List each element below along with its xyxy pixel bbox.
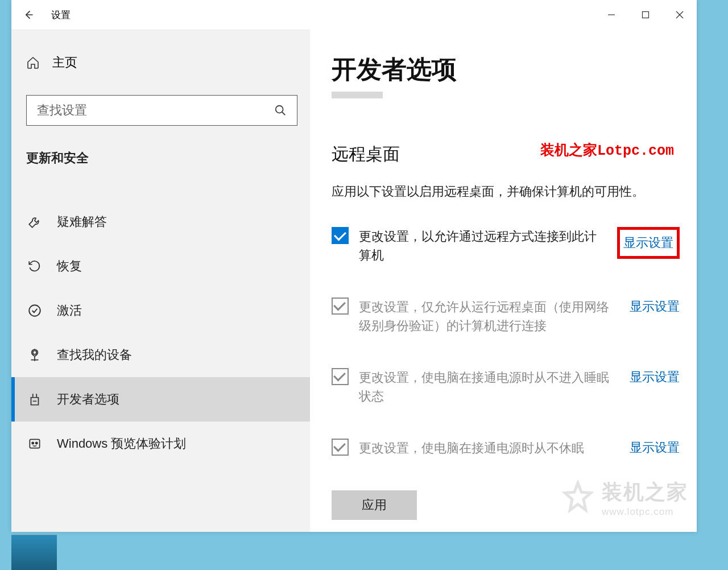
sidebar-item-label: 查找我的设备 [57,346,132,364]
svg-point-4 [276,106,283,113]
sidebar-item-insider[interactable]: Windows 预览体验计划 [26,422,297,466]
check-circle-icon [27,303,42,318]
recovery-icon [27,259,42,274]
sidebar: 主页 更新和安全 疑难解答 恢复 激活 [11,30,310,532]
home-link[interactable]: 主页 [26,46,297,79]
settings-list: 更改设置，以允许通过远程方式连接到此计算机 显示设置 更改设置，仅允许从运行远程… [332,227,680,457]
insider-icon [27,436,42,451]
checkbox-remote-allow[interactable] [332,227,349,244]
back-button[interactable] [11,0,46,30]
sidebar-item-recovery[interactable]: 恢复 [26,244,297,288]
sidebar-item-label: Windows 预览体验计划 [57,435,186,452]
svg-point-10 [36,442,38,444]
home-label: 主页 [52,54,77,71]
sidebar-item-troubleshoot[interactable]: 疑难解答 [26,200,297,244]
location-icon [27,348,42,362]
section-description: 应用以下设置以启用远程桌面，并确保计算机的可用性。 [332,183,680,201]
arrow-left-icon [23,9,34,20]
window-title: 设置 [51,9,71,22]
minimize-button[interactable] [594,0,628,30]
checkbox-hibernate[interactable] [332,439,349,456]
sidebar-item-label: 开发者选项 [57,391,119,408]
show-settings-link[interactable]: 显示设置 [630,368,680,386]
checkbox-nla[interactable] [332,298,349,315]
minimize-icon [607,11,615,19]
setting-label: 更改设置，使电脑在接通电源时从不休眠 [359,439,619,457]
search-icon [274,104,287,117]
taskbar-fragment [11,535,57,570]
sidebar-item-label: 恢复 [57,258,82,275]
maximize-icon [642,11,650,19]
sidebar-item-label: 疑难解答 [57,213,107,230]
star-icon [561,480,595,517]
setting-label: 更改设置，以允许通过远程方式连接到此计算机 [359,227,609,265]
nav-list: 疑难解答 恢复 激活 查找我的设备 开发者选项 [26,200,297,466]
search-input[interactable] [37,103,274,118]
wrench-icon [27,214,42,229]
title-underline [332,92,383,98]
svg-line-5 [282,112,286,115]
setting-row-nla: 更改设置，仅允许从运行远程桌面（使用网络级别身份验证）的计算机进行连接 显示设置 [332,298,680,335]
setting-row-hibernate: 更改设置，使电脑在接通电源时从不休眠 显示设置 [332,439,680,457]
settings-window: 设置 主页 更新和安全 [11,0,697,532]
sidebar-item-label: 激活 [57,302,82,319]
setting-row-remote-allow: 更改设置，以允许通过远程方式连接到此计算机 显示设置 [332,227,680,265]
close-button[interactable] [663,0,697,30]
close-icon [676,11,684,19]
svg-rect-1 [643,12,649,18]
setting-label: 更改设置，仅允许从运行远程桌面（使用网络级别身份验证）的计算机进行连接 [359,298,619,335]
category-label: 更新和安全 [26,150,297,167]
titlebar: 设置 [11,0,697,30]
sidebar-item-activation[interactable]: 激活 [26,288,297,333]
sidebar-item-developer[interactable]: 开发者选项 [11,377,310,422]
window-controls [594,0,697,30]
svg-point-9 [32,442,34,444]
show-settings-link[interactable]: 显示设置 [630,439,680,456]
logo-watermark: 装机之家 www.lotpc.com [561,478,688,518]
show-settings-link[interactable]: 显示设置 [630,298,680,315]
maximize-button[interactable] [628,0,663,30]
page-title: 开发者选项 [332,55,680,85]
developer-icon [27,392,42,407]
body: 主页 更新和安全 疑难解答 恢复 激活 [11,30,697,532]
checkbox-sleep[interactable] [332,368,349,385]
setting-label: 更改设置，使电脑在接通电源时从不进入睡眠状态 [359,368,619,406]
svg-rect-8 [30,439,39,448]
apply-button[interactable]: 应用 [332,490,417,520]
svg-point-6 [29,305,40,316]
svg-point-7 [33,350,37,354]
logo-en: www.lotpc.com [602,506,688,518]
home-icon [26,56,40,69]
show-settings-link[interactable]: 显示设置 [617,227,680,259]
content-pane: 开发者选项 装机之家Lotpc.com 远程桌面 应用以下设置以启用远程桌面，并… [310,30,697,532]
watermark-text: 装机之家Lotpc.com [540,141,674,159]
sidebar-item-find-device[interactable]: 查找我的设备 [26,333,297,377]
search-box[interactable] [26,95,297,126]
setting-row-sleep: 更改设置，使电脑在接通电源时从不进入睡眠状态 显示设置 [332,368,680,406]
logo-cn: 装机之家 [602,478,688,506]
